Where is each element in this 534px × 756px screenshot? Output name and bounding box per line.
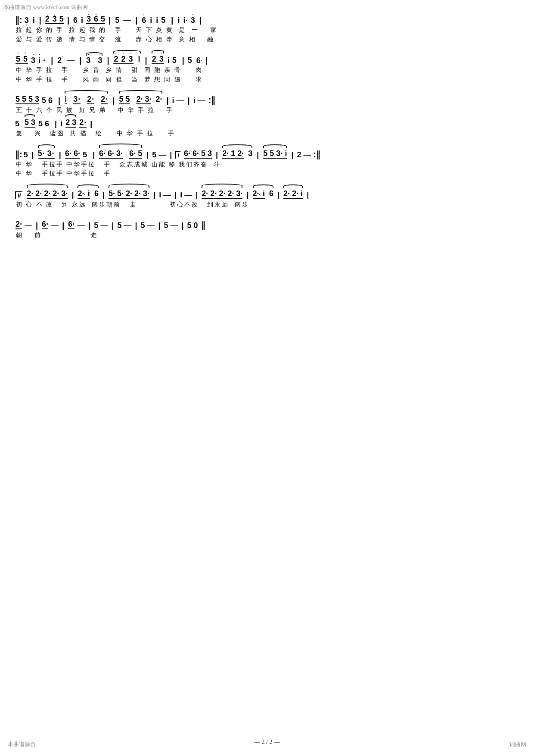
notation-row-3: 5 5 5 3 5 6 | i 3· 2· 2· |: [15, 95, 519, 104]
repeat-end-2: :‖: [313, 150, 320, 159]
watermark-bottom-right: 词曲网: [509, 740, 526, 748]
bar-14: |: [112, 97, 115, 104]
note-5-dash: 5: [115, 16, 119, 24]
lyrics-row-6a: 初 心 不 改 到 永远 阔步朝前 走 初心不改 到永远 阔步: [16, 200, 519, 209]
music-line-5: ‖: 5 | 5· 3· | 6· 6· 5 | 6· 6· 3·: [15, 150, 519, 178]
music-line-3: 5 5 5 3 5 6 | i 3· 2· 2· |: [15, 95, 519, 115]
notation-row-2: 5· 5· 3· i· · | 2· — | 3· 3·: [15, 55, 519, 64]
bar-29: |: [153, 191, 155, 199]
bar-16: |: [188, 97, 190, 104]
lyrics-row-7a: 朝 前 走: [16, 231, 519, 240]
bar-19: |: [31, 151, 34, 159]
music-line-6: II 2· 2· 2· 2· 3· | 2·· i 6 |: [15, 190, 519, 209]
bar-6: |: [199, 16, 202, 24]
notation-row-6: II 2· 2· 2· 2· 3· | 2·· i 6 |: [15, 190, 519, 199]
lyrics-row-5a: 中 华 手拉手 中华手拉 手 众志成城 山能 移 我们齐奋 斗: [16, 160, 519, 169]
bar-32: |: [247, 191, 249, 199]
bar-25: |: [257, 151, 259, 159]
bar-39: |: [135, 222, 137, 229]
note-365-underline: 3· 6· 5: [86, 15, 105, 24]
lyrics-row-2a: 中 华 手 拉 手 乡 音 乡 情 甜 同 胞 亲 骨 肉: [16, 66, 519, 75]
page-number: — 2 / 2 —: [254, 739, 280, 746]
bar-10: |: [145, 56, 147, 64]
bar-12: |: [205, 56, 208, 64]
music-line-4: 5 5 3 5 6 | i 2 3 2· | 复 兴 蓝图 共 描 绘 中 华 …: [15, 119, 519, 138]
dash-1: —: [123, 16, 131, 24]
bar-7: |: [51, 56, 53, 64]
bar-4: |: [135, 16, 137, 24]
note-235-group: 2· 3· 5: [45, 15, 64, 24]
bar-37: |: [88, 222, 90, 229]
bar-34: |: [307, 191, 309, 199]
bar-1: |: [39, 16, 41, 24]
bar-18: |: [90, 120, 92, 128]
bar-27: |: [71, 191, 74, 199]
bar-15: |: [167, 97, 169, 104]
notation-row-5: ‖: 5 | 5· 3· | 6· 6· 5 | 6· 6· 3·: [15, 150, 519, 159]
note-6i-tie: 6·: [73, 16, 78, 24]
bar-11: |: [182, 56, 184, 64]
bar-2: |: [67, 16, 69, 24]
notation-row-7: 2· — | 6· — | 6· — | 5 — | 5 — | 5 — | 5…: [15, 220, 519, 229]
bar-5: |: [171, 16, 173, 24]
repeat-start-2: ‖:: [15, 150, 22, 159]
bar-22: |: [146, 151, 149, 159]
lyrics-row-3a: 五 十 六 个 民 族 好 兄 弟 中 华 手 拉 手: [16, 106, 519, 115]
notation-row-4: 5 5 3 5 6 | i 2 3 2· |: [15, 119, 519, 128]
lyrics-row-2b: 中 华 手 拉 手 风 雨 同 担 当 梦 想 同 追 求: [16, 75, 519, 84]
notation-row-1: ‖: 3· i | 2· 3· 5 | 6· i: [15, 15, 519, 24]
bar-35: |: [36, 222, 38, 229]
section-gap-5: [15, 212, 519, 220]
bar-3: |: [109, 16, 111, 24]
watermark-bottom-left: 本曲谱源自: [8, 740, 36, 748]
bar-21: |: [93, 151, 95, 159]
bar-33: |: [277, 191, 279, 199]
repeat-start-1: ‖:: [15, 16, 22, 24]
lyrics-row-1a: 拉 起 你 的 手 拉 起 我 的 手 天 下 炎 黄 是 一 家: [16, 25, 519, 35]
bar-28: |: [102, 191, 105, 199]
music-line-7: 2· — | 6· — | 6· — | 5 — | 5 — | 5 — | 5…: [15, 220, 519, 240]
bar-31: |: [196, 191, 198, 199]
bar-9: |: [107, 56, 109, 64]
lyrics-row-1b: 爱 与 爱 传 递 情 与 情 交 流 赤 心 相 牵 意 相 融: [16, 35, 519, 44]
note-3-low: 3·: [25, 16, 29, 24]
note-i: i: [33, 16, 35, 24]
bar-24: |: [216, 151, 218, 159]
double-bar-end: ‖: [201, 221, 205, 229]
score-page: ‖: 3· i | 2· 3· 5 | 6· i: [15, 15, 519, 244]
music-line-2: 5· 5· 3· i· · | 2· — | 3· 3·: [15, 55, 519, 84]
bar-40: |: [158, 222, 160, 229]
repeat-end-1: :‖: [208, 96, 216, 104]
bar-23: |: [170, 151, 172, 159]
bar-13: |: [58, 97, 60, 104]
bar-17: |: [55, 120, 57, 128]
lyrics-row-4a: 复 兴 蓝图 共 描 绘 中 华 手 拉 手: [16, 129, 519, 138]
lyrics-row-5b: 中 华 手拉手 中华手拉 手: [16, 169, 519, 178]
bar-8: |: [79, 56, 81, 64]
music-line-1: ‖: 3· i | 2· 3· 5 | 6· i: [15, 15, 519, 44]
bar-38: |: [112, 222, 114, 229]
bar-36: |: [62, 222, 64, 229]
bar-30: |: [174, 191, 177, 199]
bar-20: |: [59, 151, 61, 159]
bar-41: |: [182, 222, 184, 229]
bar-26: |: [291, 151, 293, 159]
watermark-top: 本曲谱源自 www.ktvc8.com 词曲网: [3, 3, 88, 11]
